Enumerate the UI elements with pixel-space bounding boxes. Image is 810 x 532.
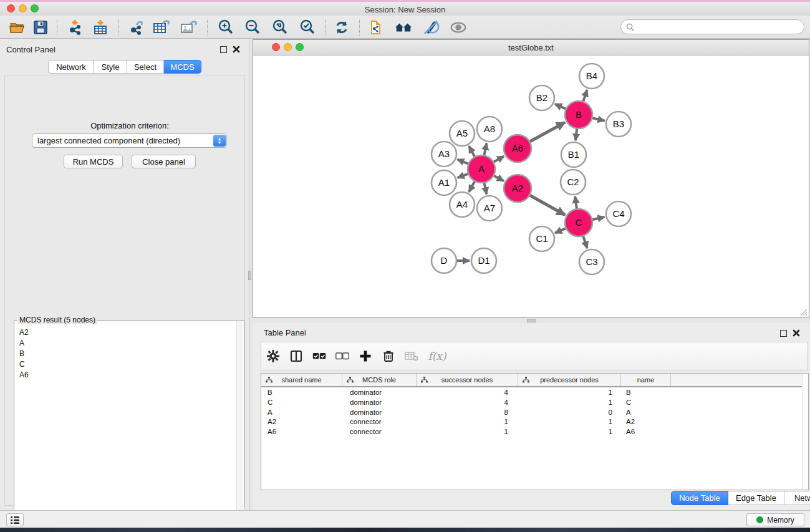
- clone-network-button[interactable]: [367, 18, 386, 37]
- graph-edge-B-B3[interactable]: [591, 118, 605, 121]
- close-panel-icon[interactable]: [233, 46, 240, 53]
- mcds-result-item[interactable]: A6: [14, 369, 244, 380]
- mcds-result-item[interactable]: C: [14, 359, 244, 369]
- memory-button[interactable]: Memory: [746, 513, 804, 526]
- create-column-button[interactable]: [354, 342, 377, 370]
- zoom-out-button[interactable]: [243, 18, 262, 37]
- network-graph-canvas[interactable]: B4 B2 B B3 A5 A8 A6 A3 B1 A C2 A1 A2 A4 …: [253, 56, 809, 317]
- export-image-button[interactable]: [180, 18, 198, 37]
- graph-edge-A-A4[interactable]: [469, 180, 475, 192]
- graph-edge-A2-C[interactable]: [528, 195, 565, 215]
- close-panel-button[interactable]: Close panel: [132, 155, 196, 168]
- graph-node-label-A2: A2: [512, 183, 523, 193]
- delete-column-button[interactable]: [377, 342, 400, 370]
- table-cell: 1: [518, 418, 612, 425]
- toolbar-separator: [118, 19, 119, 36]
- control-panel-tabs: NetworkStyleSelectMCDS: [48, 60, 201, 74]
- graph-edge-A6-B[interactable]: [529, 122, 566, 142]
- node-table: shared name MCDS role successor nodes pr…: [261, 373, 809, 490]
- mcds-result-item[interactable]: A: [14, 337, 244, 348]
- column-header-predecessor-nodes[interactable]: predecessor nodes: [518, 374, 621, 386]
- tab-mcds[interactable]: MCDS: [164, 60, 201, 74]
- search-field-container[interactable]: [620, 19, 804, 34]
- table-row[interactable]: A6connector11A6: [261, 427, 808, 437]
- graph-node-label-A1: A1: [438, 177, 450, 188]
- tab-style[interactable]: Style: [94, 60, 127, 74]
- column-header-MCDS-role[interactable]: MCDS role: [342, 374, 417, 386]
- table-scrollbar[interactable]: [802, 374, 808, 490]
- import-network-button[interactable]: [66, 18, 85, 37]
- fx-icon: f(x): [428, 350, 446, 362]
- column-header-name[interactable]: name: [621, 374, 671, 386]
- deselect-all-button[interactable]: [330, 342, 354, 370]
- table-row[interactable]: Adominator80A: [261, 408, 808, 418]
- vertical-splitter-handle[interactable]: [248, 271, 251, 280]
- save-session-button[interactable]: [31, 18, 50, 37]
- table-row[interactable]: Bdominator41B: [261, 388, 808, 398]
- tab-select[interactable]: Select: [127, 60, 164, 74]
- import-table-button[interactable]: [91, 18, 110, 37]
- criterion-dropdown[interactable]: largest connected component (directed) ▲…: [32, 133, 227, 148]
- tab-network[interactable]: Network: [48, 60, 94, 74]
- float-panel-icon[interactable]: [780, 330, 787, 337]
- table-settings-button[interactable]: [261, 342, 284, 370]
- graph-node-label-C3: C3: [586, 256, 597, 267]
- trash-icon: [383, 350, 394, 362]
- window-resize-grip[interactable]: [799, 308, 808, 316]
- criterion-dropdown-value: largest connected component (directed): [37, 136, 180, 145]
- float-panel-icon[interactable]: [220, 46, 227, 53]
- zoom-selected-button[interactable]: [298, 18, 317, 37]
- home-button[interactable]: [394, 18, 413, 37]
- graph-edge-B-B4[interactable]: [582, 90, 587, 103]
- horizontal-splitter-handle[interactable]: [527, 319, 536, 322]
- table-row[interactable]: Cdominator41C: [261, 398, 808, 408]
- graph-node-label-D: D: [441, 255, 448, 266]
- mcds-result-scrollbar[interactable]: [236, 321, 243, 532]
- close-panel-icon[interactable]: [793, 329, 800, 337]
- show-hide-button[interactable]: [449, 18, 468, 37]
- network-window-titlebar: testGlobe.txt: [253, 40, 809, 56]
- run-mcds-button[interactable]: Run MCDS: [64, 155, 123, 168]
- column-header-shared-name[interactable]: shared name: [261, 374, 342, 386]
- zoom-selected-icon: [299, 19, 316, 36]
- search-input[interactable]: [637, 22, 804, 31]
- table-cell: 1: [518, 399, 612, 406]
- hide-annotations-button[interactable]: [422, 18, 440, 37]
- table-cell: 4: [417, 389, 508, 396]
- graph-edge-C-C2[interactable]: [575, 196, 577, 210]
- column-attribute-icon: [523, 377, 529, 383]
- mcds-result-item[interactable]: A2: [14, 327, 244, 337]
- export-table-button[interactable]: [152, 18, 171, 37]
- tab-node-table[interactable]: Node Table: [671, 491, 728, 505]
- select-all-button[interactable]: [307, 342, 330, 370]
- mcds-result-title: MCDS result (5 nodes): [17, 316, 97, 324]
- network-list-button[interactable]: [6, 513, 24, 526]
- home-icon: [394, 19, 413, 36]
- table-panel-title: Table Panel: [264, 328, 306, 337]
- tab-edge-table[interactable]: Edge Table: [728, 491, 784, 505]
- table-cell: C: [626, 399, 631, 406]
- graph-edge-C-C4[interactable]: [591, 217, 605, 220]
- column-header-successor-nodes[interactable]: successor nodes: [417, 374, 518, 386]
- graph-edge-A-A5[interactable]: [469, 146, 475, 158]
- open-session-button[interactable]: [8, 18, 27, 37]
- table-cell: connector: [350, 428, 382, 435]
- zoom-fit-button[interactable]: [271, 18, 289, 37]
- zoom-fit-icon: [271, 19, 289, 36]
- toggle-column-view-button[interactable]: [284, 342, 307, 370]
- graph-edge-C-C3[interactable]: [582, 235, 587, 248]
- table-cell: 1: [417, 428, 508, 435]
- graph-edge-A-A8[interactable]: [484, 143, 486, 157]
- zoom-in-button[interactable]: [216, 18, 235, 37]
- zoom-out-icon: [244, 19, 261, 36]
- table-row[interactable]: A2connector11A2: [261, 417, 808, 427]
- mcds-result-item[interactable]: B: [14, 348, 244, 359]
- optimization-criterion-label: Optimization criterion:: [5, 121, 254, 130]
- table-cell: A: [268, 409, 272, 416]
- table-cell: A6: [626, 428, 635, 435]
- export-network-button[interactable]: [127, 18, 146, 37]
- table-cell: B: [268, 389, 272, 396]
- memory-label: Memory: [767, 516, 794, 525]
- refresh-layout-button[interactable]: [332, 18, 351, 37]
- tab-network-table[interactable]: Network Table: [784, 491, 810, 505]
